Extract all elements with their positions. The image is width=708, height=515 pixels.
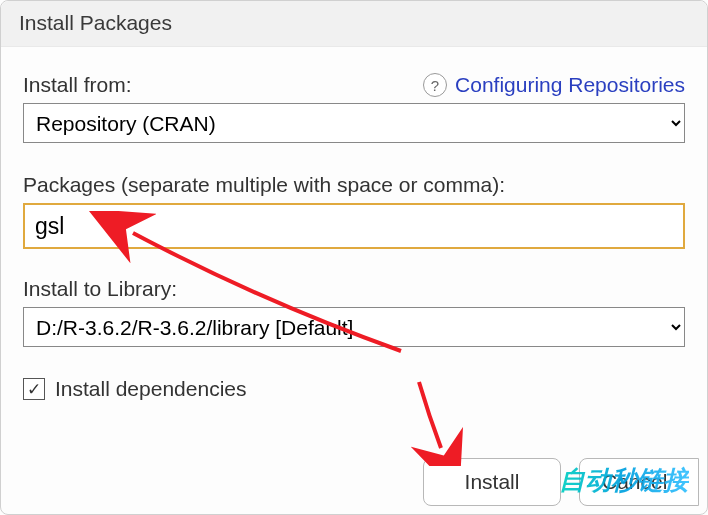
configuring-repositories-link[interactable]: Configuring Repositories [455, 73, 685, 97]
dialog-title: Install Packages [1, 1, 707, 47]
install-from-label: Install from: [23, 73, 132, 97]
packages-label: Packages (separate multiple with space o… [23, 173, 685, 197]
install-to-library-select[interactable]: D:/R-3.6.2/R-3.6.2/library [Default] [23, 307, 685, 347]
dialog-content: Install from: ? Configuring Repositories… [1, 47, 707, 401]
cancel-button[interactable]: Cancel [579, 458, 699, 506]
install-packages-dialog: Install Packages Install from: ? Configu… [0, 0, 708, 515]
packages-input[interactable] [23, 203, 685, 249]
install-to-library-label: Install to Library: [23, 277, 685, 301]
install-dependencies-checkbox[interactable]: ✓ [23, 378, 45, 400]
dialog-buttons: Install Cancel [423, 458, 699, 506]
help-area: ? Configuring Repositories [423, 73, 685, 97]
install-button[interactable]: Install [423, 458, 561, 506]
install-dependencies-label: Install dependencies [55, 377, 246, 401]
help-icon[interactable]: ? [423, 73, 447, 97]
install-from-select[interactable]: Repository (CRAN) [23, 103, 685, 143]
